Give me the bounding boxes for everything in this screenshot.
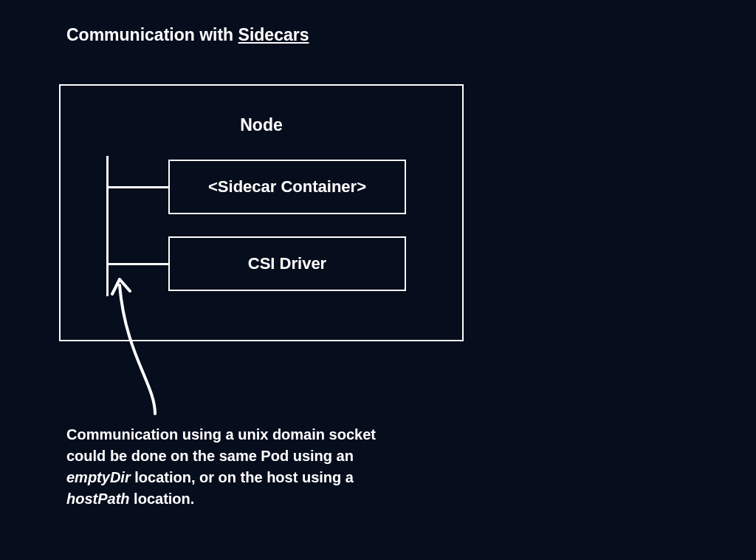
diagram-title: Communication with Sidecars [66, 25, 309, 45]
node-label: Node [61, 115, 462, 135]
sidecar-container-box: <Sidecar Container> [168, 160, 406, 214]
caption-part2: location, or on the host using a [131, 469, 354, 485]
caption-part3: location. [130, 491, 195, 507]
caption-part1: Communication using a unix domain socket… [66, 426, 376, 464]
csi-label: CSI Driver [248, 254, 326, 273]
title-prefix: Communication with [66, 25, 238, 44]
caption-text: Communication using a unix domain socket… [66, 424, 377, 510]
connector-csi [107, 263, 169, 265]
caption-italic2: hostPath [66, 491, 130, 507]
pointer-arrow-icon [111, 273, 199, 421]
title-underlined: Sidecars [238, 25, 309, 44]
csi-driver-box: CSI Driver [168, 236, 406, 291]
sidecar-label: <Sidecar Container> [208, 177, 366, 197]
connector-sidecar [107, 186, 169, 188]
caption-italic1: emptyDir [66, 469, 131, 485]
socket-bar [106, 156, 109, 296]
